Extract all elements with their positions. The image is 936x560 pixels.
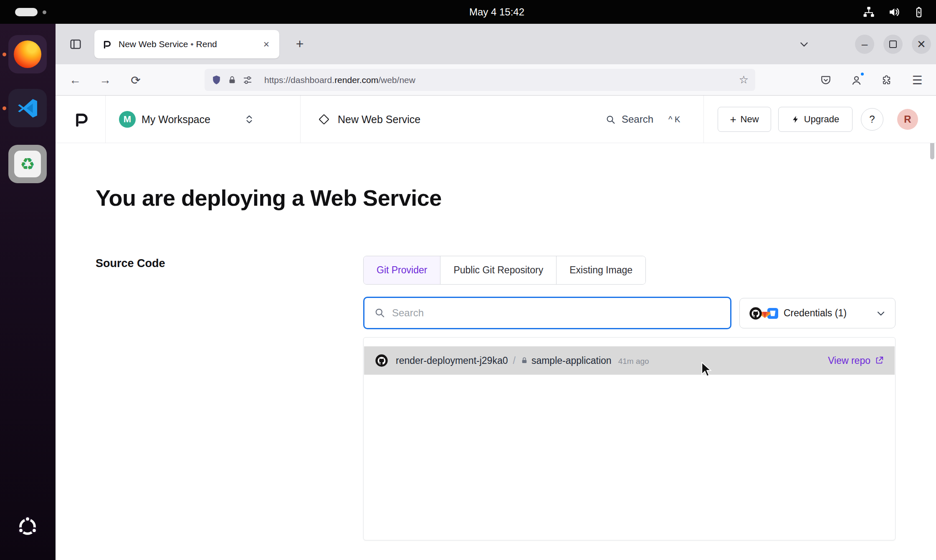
- pocket-icon[interactable]: [816, 70, 836, 90]
- close-window-button[interactable]: ✕: [912, 35, 931, 54]
- repo-age: 41m ago: [618, 357, 649, 366]
- render-logo[interactable]: [73, 110, 91, 129]
- maximize-button[interactable]: [883, 35, 903, 54]
- dock-item-software-updater[interactable]: ♻: [8, 145, 47, 183]
- dock-item-firefox[interactable]: [8, 35, 47, 73]
- firefox-icon: [14, 40, 41, 68]
- extensions-puzzle-icon[interactable]: [877, 70, 897, 90]
- page-content: M My Workspace New Web Service Search ^ …: [56, 96, 936, 560]
- browser-window: New Web Service • Rend ✕ + – ✕ ← → ⟳ htt…: [56, 24, 936, 560]
- browser-toolbar: ← → ⟳ https://dashboard.render.com/web/n…: [56, 64, 936, 96]
- lock-icon[interactable]: [228, 76, 237, 85]
- tab-public-git-repository[interactable]: Public Git Repository: [440, 256, 556, 284]
- dock: ♻: [0, 24, 56, 560]
- service-diamond-icon: [319, 114, 329, 124]
- user-avatar[interactable]: R: [897, 109, 918, 130]
- search-icon[interactable]: [606, 115, 616, 125]
- network-icon[interactable]: [863, 6, 875, 18]
- workspace-dot: [43, 10, 46, 14]
- account-icon[interactable]: [846, 70, 866, 90]
- repo-search-input[interactable]: [392, 307, 720, 319]
- reload-icon[interactable]: ⟳: [126, 70, 146, 90]
- volume-icon[interactable]: [888, 6, 900, 18]
- repo-separator: /: [513, 355, 516, 366]
- header-divider: [703, 96, 704, 143]
- credential-provider-icons: [749, 307, 774, 320]
- activities-pill[interactable]: [15, 8, 38, 16]
- ubuntu-launcher[interactable]: [15, 515, 40, 539]
- tab-close-icon[interactable]: ✕: [259, 37, 273, 51]
- permissions-sliders-icon[interactable]: [243, 75, 253, 85]
- header-divider: [105, 96, 106, 143]
- repo-name: sample-application: [531, 355, 612, 366]
- tab-existing-image[interactable]: Existing Image: [556, 256, 645, 284]
- mouse-cursor: [700, 362, 714, 378]
- vscode-running-dot: [3, 106, 6, 110]
- search-shortcut: ^ K: [668, 96, 680, 143]
- shield-icon[interactable]: [211, 75, 222, 85]
- credentials-dropdown[interactable]: Credentials (1): [739, 298, 896, 328]
- recycle-icon: ♻: [14, 151, 41, 177]
- url-bar[interactable]: https://dashboard.render.com/web/new ☆: [205, 69, 755, 91]
- repo-owner: render-deployment-j29ka0: [396, 355, 508, 366]
- firefox-running-dot: [3, 53, 6, 56]
- browser-tab[interactable]: New Web Service • Rend ✕: [94, 30, 279, 58]
- firefox-view-button[interactable]: [63, 32, 88, 56]
- search-icon: [374, 308, 385, 318]
- page-title: New Web Service: [338, 96, 420, 143]
- dock-item-vscode[interactable]: [8, 89, 47, 127]
- bolt-icon: [792, 115, 800, 124]
- source-code-label: Source Code: [96, 257, 165, 270]
- bookmark-star-icon[interactable]: ☆: [739, 73, 749, 86]
- forward-icon[interactable]: →: [95, 70, 115, 90]
- system-clock[interactable]: May 4 15:42: [426, 0, 568, 24]
- view-repo-link[interactable]: View repo: [828, 355, 884, 366]
- maximize-icon: [889, 40, 897, 48]
- repo-row[interactable]: render-deployment-j29ka0 / sample-applic…: [364, 346, 895, 375]
- plus-icon: +: [730, 113, 736, 126]
- list-tabs-chevron-icon[interactable]: [794, 35, 814, 54]
- back-icon[interactable]: ←: [65, 70, 85, 90]
- render-favicon: [102, 39, 113, 50]
- battery-icon[interactable]: [913, 6, 925, 18]
- credentials-label: Credentials (1): [784, 308, 847, 319]
- tab-title: New Web Service • Rend: [119, 39, 259, 49]
- new-tab-button[interactable]: +: [290, 35, 309, 54]
- repo-search-box[interactable]: [363, 297, 731, 329]
- source-tabs: Git Provider Public Git Repository Exist…: [363, 256, 646, 285]
- deploy-heading: You are deploying a Web Service: [96, 185, 442, 211]
- account-notification-dot: [860, 72, 865, 76]
- header-search-button[interactable]: Search: [622, 96, 653, 143]
- upgrade-button[interactable]: Upgrade: [778, 107, 853, 132]
- workspace-avatar[interactable]: M: [119, 111, 136, 128]
- tab-git-provider[interactable]: Git Provider: [364, 256, 440, 284]
- chevron-down-icon: [876, 308, 886, 318]
- github-icon: [375, 354, 388, 367]
- minimize-button[interactable]: –: [855, 35, 874, 54]
- workspace-name[interactable]: My Workspace: [142, 96, 210, 143]
- github-icon: [749, 307, 762, 320]
- workspace-switcher-icon[interactable]: [244, 114, 254, 124]
- tab-strip: New Web Service • Rend ✕ + – ✕: [56, 24, 936, 64]
- help-button[interactable]: ?: [861, 108, 883, 131]
- url-text: https://dashboard.render.com/web/new: [264, 75, 739, 85]
- menu-hamburger-icon[interactable]: ☰: [907, 70, 927, 90]
- repo-list: render-deployment-j29ka0 / sample-applic…: [363, 337, 896, 540]
- system-top-bar: May 4 15:42: [0, 0, 936, 24]
- header-divider: [300, 96, 301, 143]
- new-button[interactable]: + New: [718, 107, 771, 132]
- external-link-icon: [875, 356, 884, 365]
- app-header: M My Workspace New Web Service Search ^ …: [56, 96, 936, 143]
- ubuntu-logo-icon: [15, 515, 40, 539]
- vscode-icon: [15, 96, 40, 120]
- private-lock-icon: [521, 357, 528, 364]
